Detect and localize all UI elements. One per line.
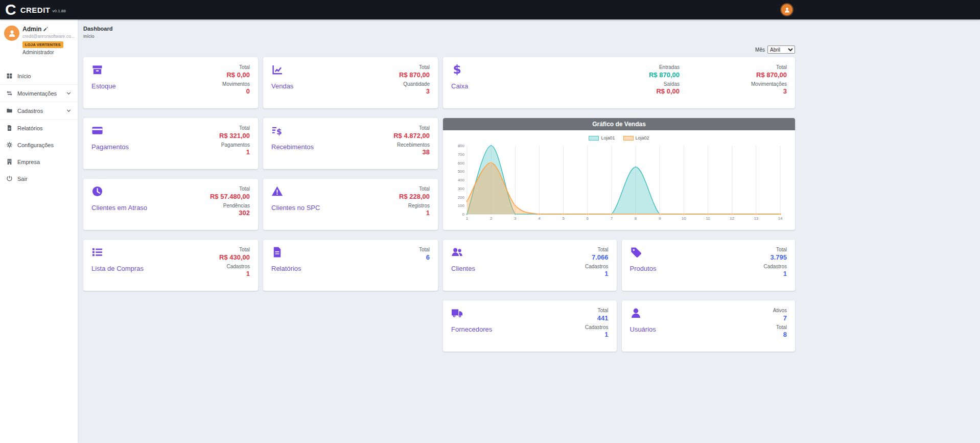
app-logo: C bbox=[5, 0, 16, 19]
user-email: credit@anronsoftware.co... bbox=[22, 34, 75, 39]
sidebar-item-configuracoes[interactable]: Configurações bbox=[0, 136, 78, 153]
card-title-link[interactable]: Lista de Compras bbox=[91, 265, 144, 272]
chart-body: Loja01Loja02 123456789101112131401002003… bbox=[443, 130, 795, 225]
card-lista-de-compras: Lista de Compras TotalR$ 430,00 Cadastro… bbox=[83, 240, 258, 291]
stat-value: 0 bbox=[246, 87, 250, 96]
legend-item[interactable]: Loja01 bbox=[589, 135, 615, 141]
stat-label: Cadastros bbox=[585, 324, 609, 331]
app-version: v0.1.88 bbox=[53, 9, 66, 13]
gear-icon bbox=[6, 142, 13, 148]
user-profile: Admin credit@anronsoftware.co... LOJA VE… bbox=[0, 19, 78, 60]
sidebar-item-relatorios[interactable]: Relatórios bbox=[0, 120, 78, 136]
svg-text:200: 200 bbox=[458, 195, 465, 200]
stat-value: 1 bbox=[604, 331, 608, 339]
stat-label: Recebimentos bbox=[397, 142, 430, 149]
stat-value: R$ 228,00 bbox=[399, 193, 430, 201]
stat-label: Total bbox=[776, 324, 787, 331]
chart-legend: Loja01Loja02 bbox=[589, 134, 649, 142]
stat-value: 38 bbox=[423, 148, 430, 156]
stat-label: Entradas bbox=[659, 64, 680, 71]
stat-label: Total bbox=[776, 64, 787, 71]
stat-label: Total bbox=[419, 246, 430, 253]
card-title-link[interactable]: Pagamentos bbox=[91, 143, 129, 151]
money-receive-icon: $ bbox=[271, 125, 283, 136]
svg-text:$: $ bbox=[276, 127, 282, 136]
sidebar-item-sair[interactable]: Sair bbox=[0, 170, 78, 187]
sidebar: Admin credit@anronsoftware.co... LOJA VE… bbox=[0, 19, 78, 443]
svg-text:13: 13 bbox=[754, 216, 758, 221]
svg-text:5: 5 bbox=[562, 216, 565, 221]
card-title-link[interactable]: Clientes no SPC bbox=[271, 204, 320, 212]
card-title-link[interactable]: Usuários bbox=[630, 325, 656, 333]
card-clientes: Clientes Total7.066 Cadastros1 bbox=[443, 240, 617, 291]
chart-line-icon bbox=[271, 64, 283, 76]
card-pagamentos: Pagamentos TotalR$ 321,00 Pagamentos1 bbox=[83, 118, 258, 169]
stat-label: Total bbox=[419, 125, 430, 132]
legend-swatch bbox=[623, 136, 634, 141]
user-avatar[interactable] bbox=[4, 26, 19, 41]
chevron-down-icon bbox=[66, 90, 72, 96]
svg-text:100: 100 bbox=[458, 203, 465, 208]
card-title-link[interactable]: Produtos bbox=[630, 265, 657, 272]
chevron-down-icon bbox=[66, 108, 72, 113]
store-badge: LOJA VERTENTES bbox=[22, 41, 63, 48]
svg-text:1: 1 bbox=[466, 216, 469, 221]
card-title-link[interactable]: Clientes bbox=[451, 265, 475, 272]
sidebar-item-cadastros[interactable]: Cadastros bbox=[0, 102, 78, 120]
topbar-avatar[interactable] bbox=[781, 4, 792, 15]
sales-chart: 1234567891011121314010020030040050060070… bbox=[452, 143, 786, 225]
card-title-link[interactable]: Relatórios bbox=[271, 265, 301, 272]
stat-label: Saídas bbox=[664, 81, 680, 88]
card-caixa: $ Caixa EntradasR$ 870,00 SaídasR$ 0,00 … bbox=[443, 57, 795, 108]
legend-item[interactable]: Loja02 bbox=[623, 135, 649, 141]
stat-label: Total bbox=[597, 246, 608, 253]
stat-label: Total bbox=[239, 125, 250, 132]
breadcrumb: Início bbox=[83, 34, 980, 39]
topbar: C CREDIT v0.1.88 bbox=[0, 0, 980, 19]
svg-text:800: 800 bbox=[458, 144, 465, 148]
month-select[interactable]: Abril bbox=[767, 45, 795, 54]
building-icon bbox=[6, 158, 13, 165]
card-title-link[interactable]: Recebimentos bbox=[271, 143, 314, 151]
sidebar-item-empresa[interactable]: Empresa bbox=[0, 153, 78, 170]
stat-label: Pagamentos bbox=[221, 142, 250, 149]
stat-label: Ativos bbox=[773, 307, 787, 314]
svg-text:3: 3 bbox=[514, 216, 517, 221]
user-icon bbox=[784, 7, 790, 13]
exchange-icon bbox=[6, 90, 13, 97]
stat-value: 6 bbox=[426, 253, 430, 262]
edit-pencil-icon[interactable] bbox=[43, 27, 48, 32]
card-title-link[interactable]: Caixa bbox=[451, 82, 468, 90]
card-title-link[interactable]: Fornecedores bbox=[451, 325, 492, 333]
stat-label: Total bbox=[239, 64, 250, 71]
archive-icon bbox=[91, 64, 103, 76]
svg-text:8: 8 bbox=[635, 216, 637, 221]
sidebar-item-movimentacoes[interactable]: Movimentações bbox=[0, 84, 78, 102]
stat-label: Total bbox=[239, 185, 250, 193]
sidebar-item-label: Cadastros bbox=[17, 108, 43, 114]
stat-value: 1 bbox=[426, 209, 430, 217]
card-title-link[interactable]: Vendas bbox=[271, 82, 293, 90]
svg-text:14: 14 bbox=[778, 216, 783, 221]
stat-label: Quantidade bbox=[403, 81, 430, 88]
stat-value: R$ 0,00 bbox=[656, 87, 680, 96]
svg-text:500: 500 bbox=[458, 169, 465, 174]
card-estoque: Estoque TotalR$ 0,00 Movimentos0 bbox=[83, 57, 258, 108]
stat-label: Total bbox=[776, 246, 787, 253]
stat-value: R$ 321,00 bbox=[219, 132, 250, 140]
left-column: Estoque TotalR$ 0,00 Movimentos0 Vendas … bbox=[83, 57, 438, 352]
svg-text:11: 11 bbox=[706, 216, 710, 221]
svg-text:7: 7 bbox=[611, 216, 613, 221]
stat-value: R$ 870,00 bbox=[399, 71, 430, 79]
stat-value: 441 bbox=[597, 314, 609, 322]
month-filter: Mês Abril bbox=[83, 45, 795, 54]
card-produtos: Produtos Total3.795 Cadastros1 bbox=[622, 240, 796, 291]
page-head: Dashboard Início bbox=[83, 26, 980, 39]
stat-value: 7.066 bbox=[592, 253, 609, 262]
sidebar-item-inicio[interactable]: Início bbox=[0, 67, 78, 84]
file-icon bbox=[6, 125, 13, 131]
stat-value: R$ 4.872,00 bbox=[393, 132, 430, 140]
card-title-link[interactable]: Estoque bbox=[91, 82, 116, 90]
card-title-link[interactable]: Clientes em Atraso bbox=[91, 204, 147, 212]
svg-text:0: 0 bbox=[462, 212, 465, 217]
